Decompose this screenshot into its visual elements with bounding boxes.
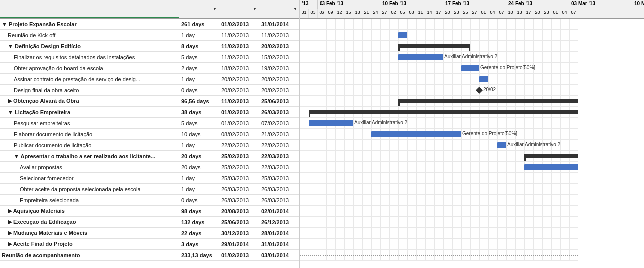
task-name-cell: ▼ Projeto Expansão Escolar <box>0 21 179 27</box>
gantt-row <box>300 239 578 250</box>
gantt-bar[interactable] <box>309 120 353 126</box>
start-sort-icon: ▼ <box>253 7 257 11</box>
gantt-row <box>300 41 578 52</box>
gantt-day-label: 12 <box>335 9 344 19</box>
table-row[interactable]: ▼ Apresentar o trabalho a ser realizado … <box>0 151 299 162</box>
task-name-cell: Finalizar os requisitos detalhados das i… <box>0 54 179 60</box>
table-row[interactable]: Elaborar documento de licitação 10 days … <box>0 129 299 140</box>
task-finish-cell: 19/02/2013 <box>259 65 299 71</box>
task-duration-cell: 1 day <box>179 76 219 82</box>
gantt-month-label: 03 Feb '13 <box>318 0 380 9</box>
task-duration-cell: 8 days <box>179 43 219 49</box>
gantt-day-label: 23 <box>452 9 461 19</box>
task-finish-cell: 15/02/2013 <box>259 54 299 60</box>
task-name-cell: Avaliar propostas <box>0 164 179 170</box>
task-duration-cell: 1 day <box>179 175 219 181</box>
task-finish-cell: 26/03/2013 <box>259 197 299 203</box>
gantt-row <box>300 206 578 217</box>
task-name-cell: ▶ Execução da Edificação <box>0 219 179 225</box>
gantt-bar[interactable] <box>371 131 461 137</box>
col-finish-header[interactable]: ▼ <box>259 0 299 18</box>
task-duration-cell: 0 days <box>179 87 219 93</box>
gantt-day-label: 25 <box>461 9 470 19</box>
gantt-bar[interactable] <box>398 54 443 60</box>
table-row[interactable]: ▶ Aceite Final do Projeto 3 days 29/01/2… <box>0 239 299 250</box>
table-row[interactable]: ▼ Projeto Expansão Escolar 261 days 01/0… <box>0 19 299 30</box>
gantt-row: Auxiliar Administrativo 2 <box>300 52 578 63</box>
table-row[interactable]: Obter aceite da proposta selecionada pel… <box>0 184 299 195</box>
gantt-row <box>300 151 578 162</box>
gantt-row: Auxiliar Administrativo 2 <box>300 140 578 151</box>
gantt-month-label: '13 <box>300 0 318 9</box>
gantt-header: '1303 Feb '1310 Feb '1317 Feb '1324 Feb … <box>300 0 644 19</box>
gantt-month-label: 24 Feb '13 <box>506 0 569 9</box>
task-start-cell: 29/01/2014 <box>219 241 259 247</box>
col-start-header[interactable]: ▼ <box>219 0 259 18</box>
gantt-day-label: 01 <box>551 9 560 19</box>
table-row[interactable]: Pesquisar empreiteiras 5 days 01/02/2013… <box>0 118 299 129</box>
task-finish-cell: 26/03/2013 <box>259 186 299 192</box>
gantt-day-label: 27 <box>470 9 479 19</box>
gantt-day-label: 01 <box>479 9 488 19</box>
table-row[interactable]: Reunião de Kick off 1 day 11/02/2013 11/… <box>0 30 299 41</box>
gantt-day-label: 31 <box>300 9 309 19</box>
task-rows: ▼ Projeto Expansão Escolar 261 days 01/0… <box>0 19 299 268</box>
gantt-day-label: 04 <box>488 9 497 19</box>
gantt-dotted-line <box>300 255 578 256</box>
table-row[interactable]: ▼ Definição Design Edifício 8 days 11/02… <box>0 41 299 52</box>
gantt-bar[interactable] <box>497 142 506 148</box>
table-row[interactable]: Avaliar propostas 20 days 25/02/2013 22/… <box>0 162 299 173</box>
gantt-bar-label: Auxiliar Administrativo 2 <box>444 54 497 59</box>
gantt-summary-bar <box>398 44 470 48</box>
gantt-row: Gerente do Projeto[50%] <box>300 162 578 173</box>
task-start-cell: 08/02/2013 <box>219 131 259 137</box>
table-row[interactable]: Reunião de acompanhamento 233,13 days 01… <box>0 250 299 261</box>
duration-sort-icon: ▼ <box>213 7 217 11</box>
gantt-bar[interactable] <box>524 164 578 170</box>
table-row[interactable]: Finalizar os requisitos detalhados das i… <box>0 52 299 63</box>
table-row[interactable]: Obter aprovação do board da escola 2 day… <box>0 63 299 74</box>
gantt-bar[interactable] <box>461 65 479 71</box>
table-header: ▼ ▼ ▼ <box>0 0 299 19</box>
task-name-cell: Obter aprovação do board da escola <box>0 65 179 71</box>
table-row[interactable]: Empreiteira selecionada 0 days 26/03/201… <box>0 195 299 206</box>
task-duration-cell: 1 day <box>179 142 219 148</box>
task-name-cell: Reunião de Kick off <box>0 32 179 38</box>
task-start-cell: 01/02/2013 <box>219 21 259 27</box>
task-duration-cell: 3 days <box>179 241 219 247</box>
table-row[interactable]: Design final da obra aceito 0 days 20/02… <box>0 85 299 96</box>
gantt-bar[interactable] <box>479 76 488 82</box>
task-duration-cell: 132 days <box>179 219 219 225</box>
table-row[interactable]: Publicar documento de licitação 1 day 22… <box>0 140 299 151</box>
gantt-day-label: 06 <box>318 9 326 19</box>
gantt-day-label: 17 <box>434 9 443 19</box>
task-start-cell: 11/02/2013 <box>219 43 259 49</box>
task-name-cell: ▶ Obtenção Alvará da Obra <box>0 98 179 104</box>
gantt-day-label: 24 <box>371 9 380 19</box>
table-row[interactable]: Selecionar fornecedor 1 day 25/03/2013 2… <box>0 173 299 184</box>
table-row[interactable]: ▶ Obtenção Alvará da Obra 96,56 days 11/… <box>0 96 299 107</box>
task-name-cell: Assinar contrato de prestação de serviço… <box>0 76 179 82</box>
task-name-cell: ▼ Licitação Empreiteira <box>0 109 179 115</box>
gantt-row <box>300 74 578 85</box>
gantt-bar[interactable] <box>398 32 407 38</box>
table-row[interactable]: ▶ Execução da Edificação 132 days 25/06/… <box>0 217 299 228</box>
gantt-panel: '1303 Feb '1310 Feb '1317 Feb '1324 Feb … <box>300 0 644 268</box>
table-row[interactable]: Assinar contrato de prestação de serviço… <box>0 74 299 85</box>
gantt-day-label: 08 <box>407 9 416 19</box>
task-finish-cell: 22/03/2013 <box>259 164 299 170</box>
task-name-cell: Pesquisar empreiteiras <box>0 120 179 126</box>
col-task-header[interactable] <box>0 0 179 18</box>
task-name-cell: Obter aceite da proposta selecionada pel… <box>0 186 179 192</box>
gantt-row <box>300 19 578 30</box>
task-start-cell: 01/02/2013 <box>219 109 259 115</box>
table-row[interactable]: ▶ Aquisição Materiais 98 days 20/08/2013… <box>0 206 299 217</box>
table-row[interactable]: ▼ Licitação Empreiteira 38 days 01/02/20… <box>0 107 299 118</box>
gantt-day-label: 20 <box>533 9 542 19</box>
task-duration-cell: 233,13 days <box>179 252 219 258</box>
gantt-day-label: 13 <box>515 9 524 19</box>
gantt-header-days: 3103060912151821242702050811141720232527… <box>300 9 644 19</box>
table-row[interactable]: ▶ Mudança Materiais e Móveis 22 days 30/… <box>0 228 299 239</box>
task-finish-cell: 07/02/2013 <box>259 120 299 126</box>
col-duration-header[interactable]: ▼ <box>179 0 219 18</box>
